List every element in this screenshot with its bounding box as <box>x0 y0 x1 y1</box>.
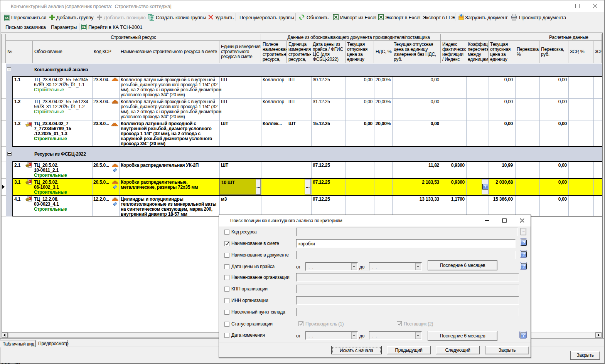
svg-text:КА: КА <box>82 26 86 29</box>
svg-text:КА: КА <box>5 17 8 19</box>
